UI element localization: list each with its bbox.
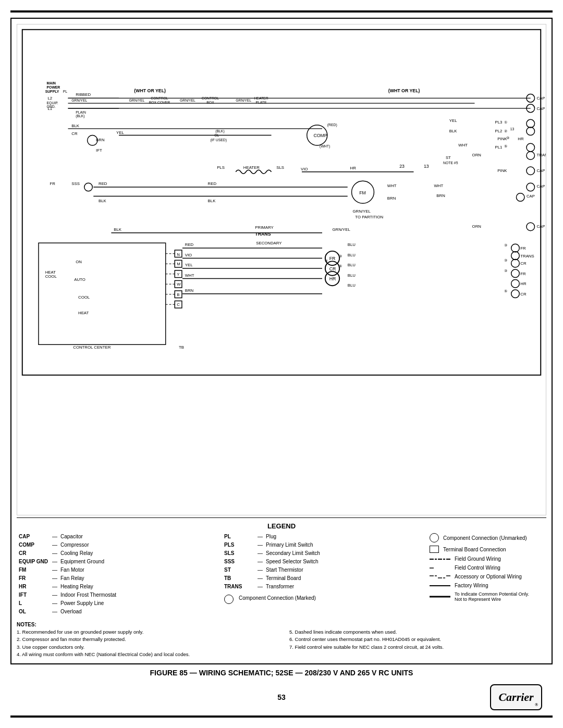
svg-text:SSS: SSS	[71, 181, 80, 186]
svg-text:CR: CR	[71, 131, 78, 136]
svg-text:⑤: ⑤	[504, 144, 507, 148]
svg-text:GRN/YEL: GRN/YEL	[180, 98, 195, 102]
legend-section: LEGEND CAP — Capacitor COMP — Compressor	[17, 517, 546, 618]
legend-sym-unmarked: Component Connection (Unmarked)	[430, 533, 544, 542]
svg-text:⑤: ⑤	[504, 289, 507, 293]
legend-item-pls: PLS — Primary Limit Switch	[224, 541, 424, 549]
page: MAIN POWER SUPPLY PL L2 L1 EQUIP. GND. R…	[0, 0, 563, 728]
svg-text:PL2: PL2	[495, 129, 502, 133]
symbol-circle-open	[430, 533, 439, 542]
svg-text:AUTO: AUTO	[74, 277, 85, 282]
svg-rect-0	[17, 24, 546, 380]
svg-text:(BLK): (BLK)	[215, 129, 224, 133]
symbol-common-line	[430, 595, 450, 599]
svg-text:(RED): (RED)	[327, 123, 337, 127]
svg-text:W: W	[177, 282, 181, 287]
svg-text:FR: FR	[520, 272, 526, 276]
notes-col-2: 5. Dashed lines indicate components when…	[289, 628, 546, 658]
symbol-field-ground-line	[430, 557, 450, 561]
svg-text:PL1: PL1	[495, 145, 502, 150]
svg-text:HEATER: HEATER	[243, 165, 260, 170]
svg-text:③: ③	[504, 243, 507, 247]
svg-text:⑤: ⑤	[339, 264, 342, 268]
svg-text:HR: HR	[350, 166, 357, 170]
legend-sym-common: To Indicate Common Potential Only.Not to…	[430, 591, 544, 602]
top-border	[10, 10, 553, 13]
legend-item-hr: HR — Heating Relay	[19, 583, 219, 590]
svg-text:CONTROL CENTER: CONTROL CENTER	[73, 345, 111, 350]
svg-text:PINK: PINK	[497, 168, 507, 173]
legend-item-conn-marked: Component Connection (Marked)	[224, 595, 424, 604]
note-4: 4. All wiring must conform with NEC (Nat…	[17, 651, 274, 658]
svg-text:BLU: BLU	[348, 263, 356, 267]
legend-key-cap: CAP	[19, 533, 50, 540]
note-6: 6. Control center uses thermostat part n…	[289, 636, 546, 643]
svg-text:N: N	[177, 252, 180, 257]
svg-text:RED: RED	[99, 181, 107, 186]
svg-text:VIO: VIO	[185, 253, 192, 257]
legend-sym-factory-label: Factory Wiring	[455, 583, 488, 588]
legend-sym-terminal: Terminal Board Connection	[430, 546, 544, 553]
notes-grid: 1. Recommended for use on grounded power…	[17, 628, 546, 658]
legend-sym-field-control-label: Field Control Wiring	[455, 565, 500, 571]
svg-text:NOTE #5: NOTE #5	[443, 161, 458, 165]
svg-text:Y: Y	[177, 272, 180, 277]
svg-text:PLAIN: PLAIN	[76, 110, 86, 114]
legend-sym-accessory-label: Accessory or Optional Wiring	[455, 574, 522, 579]
svg-text:BLK: BLK	[71, 124, 80, 128]
schematic-container: MAIN POWER SUPPLY PL L2 L1 EQUIP. GND. R…	[10, 18, 553, 664]
svg-text:C: C	[177, 302, 180, 307]
svg-text:ORN: ORN	[472, 224, 481, 229]
svg-text:BRN: BRN	[185, 288, 193, 293]
svg-text:BOX: BOX	[206, 101, 214, 104]
svg-text:CR: CR	[520, 292, 527, 297]
svg-text:BLK: BLK	[449, 129, 458, 133]
svg-text:RED: RED	[208, 181, 217, 186]
svg-text:GRN/YEL: GRN/YEL	[332, 227, 350, 232]
page-footer: 53 Carrier ®	[10, 684, 553, 710]
symbol-square	[430, 546, 439, 553]
svg-text:FR: FR	[329, 256, 336, 261]
svg-text:③: ③	[504, 258, 507, 262]
legend-item-cr: CR — Cooling Relay	[19, 550, 219, 557]
legend-sym-field-ground: Field Ground Wiring	[430, 556, 544, 562]
svg-text:③: ③	[506, 136, 509, 140]
svg-text:③: ③	[504, 269, 507, 273]
notes-title: NOTES:	[17, 621, 546, 628]
figure-title: FIGURE 85 — WIRING SCHEMATIC; 52SE — 208…	[10, 669, 553, 677]
svg-text:RED: RED	[185, 242, 194, 247]
svg-text:IFT: IFT	[96, 148, 102, 153]
legend-item-cap: CAP — Capacitor	[19, 533, 219, 540]
svg-text:M: M	[177, 262, 180, 266]
svg-text:WHT: WHT	[458, 143, 468, 147]
svg-text:MAIN: MAIN	[47, 81, 56, 85]
symbol-field-control-line	[430, 566, 450, 570]
legend-item-sls: SLS — Secondary Limit Switch	[224, 550, 424, 557]
symbol-factory-line	[430, 584, 450, 588]
legend-item-ol: OL — Overload	[19, 608, 219, 615]
legend-item-fr: FR — Fan Relay	[19, 575, 219, 582]
note-2: 2. Compressor and fan motor thermally pr…	[17, 636, 274, 643]
registered-mark: ®	[535, 702, 538, 707]
svg-text:PRIMARY: PRIMARY	[255, 225, 274, 230]
svg-text:GRN/YEL: GRN/YEL	[236, 98, 251, 102]
svg-text:WHT: WHT	[185, 273, 194, 278]
svg-text:BLU: BLU	[348, 273, 356, 278]
legend-col-middle: PL — Plug PLS — Primary Limit Switch SLS…	[224, 533, 424, 615]
legend-symbol-col: Component Connection (Unmarked) Terminal…	[430, 533, 544, 615]
note-7: 7. Field control wire suitable for NEC c…	[289, 644, 546, 651]
svg-text:①: ①	[504, 120, 507, 124]
svg-text:SECONDARY: SECONDARY	[256, 241, 282, 245]
wiring-diagram-svg: MAIN POWER SUPPLY PL L2 L1 EQUIP. GND. R…	[17, 24, 546, 380]
svg-text:FR: FR	[50, 181, 55, 186]
legend-item-sss: SSS — Speed Selector Switch	[224, 558, 424, 565]
legend-item-pl: PL — Plug	[224, 533, 424, 540]
svg-text:BLU: BLU	[348, 283, 356, 288]
svg-text:13: 13	[424, 164, 429, 169]
svg-text:②: ②	[504, 129, 507, 133]
svg-text:FR: FR	[520, 246, 526, 251]
svg-text:L2: L2	[48, 96, 53, 101]
svg-text:HEATER: HEATER	[254, 96, 268, 100]
svg-text:FM: FM	[359, 190, 366, 195]
page-number: 53	[277, 693, 286, 701]
